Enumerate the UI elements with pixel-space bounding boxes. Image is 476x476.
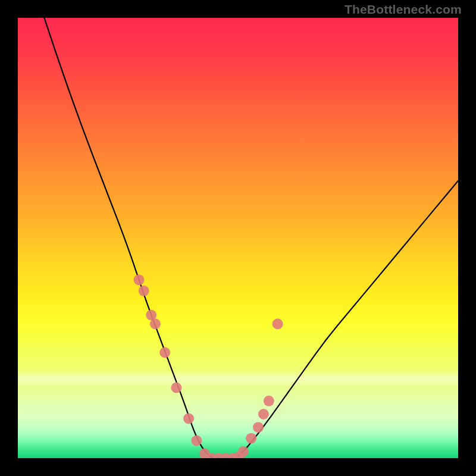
marker-dot xyxy=(258,409,269,419)
watermark: TheBottleneck.com xyxy=(345,2,462,17)
marker-dot xyxy=(191,435,202,446)
plot-area xyxy=(18,18,458,458)
marker-dot xyxy=(183,413,194,424)
marker-dot xyxy=(246,433,256,444)
marker-dot xyxy=(139,286,149,296)
marker-dot xyxy=(238,446,249,457)
marker-dot xyxy=(253,422,264,433)
marker-dot xyxy=(159,347,170,358)
marker-dot xyxy=(273,318,283,329)
chart-svg xyxy=(18,18,458,458)
chart-frame: TheBottleneck.com xyxy=(0,0,476,476)
marker-dot xyxy=(134,274,145,285)
marker-dot xyxy=(264,396,274,406)
bottleneck-curve xyxy=(44,18,458,458)
highlighted-points xyxy=(134,274,283,458)
marker-dot xyxy=(171,383,181,393)
marker-dot xyxy=(150,318,161,329)
